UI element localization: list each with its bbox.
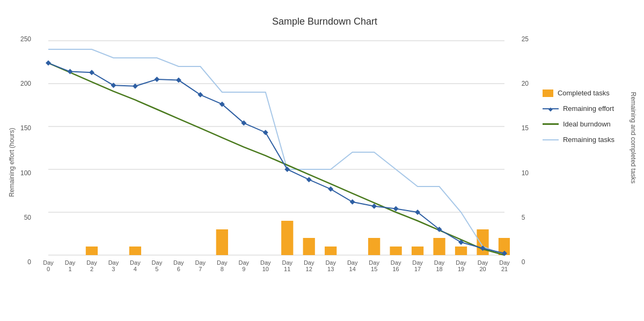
svg-text:Day: Day bbox=[391, 259, 401, 266]
svg-marker-29 bbox=[263, 130, 268, 135]
svg-rect-10 bbox=[303, 238, 315, 255]
svg-rect-6 bbox=[86, 247, 98, 255]
svg-marker-24 bbox=[154, 77, 159, 82]
legend-ideal-burndown: Ideal burndown bbox=[543, 120, 614, 128]
y-axis-right-label: Remaining and completed tasks bbox=[630, 92, 637, 184]
y-axis-left-ticks: 250 200 150 100 50 0 bbox=[20, 35, 31, 266]
svg-text:Day: Day bbox=[195, 259, 206, 266]
svg-text:Day: Day bbox=[260, 259, 271, 266]
svg-text:Day: Day bbox=[347, 259, 358, 266]
svg-text:Day: Day bbox=[499, 259, 510, 266]
svg-rect-16 bbox=[455, 247, 467, 255]
legend-remaining-tasks: Remaining tasks bbox=[543, 136, 614, 144]
svg-rect-11 bbox=[325, 247, 336, 255]
svg-text:Day: Day bbox=[130, 259, 141, 266]
svg-text:Day: Day bbox=[434, 259, 445, 266]
y-axis-left-label: Remaining effort (hours) bbox=[8, 128, 16, 197]
y-axis-right-ticks: 25 20 15 10 5 0 bbox=[522, 35, 529, 266]
svg-text:20: 20 bbox=[479, 266, 486, 272]
legend-line-ideal bbox=[543, 123, 559, 125]
svg-rect-9 bbox=[281, 221, 293, 255]
svg-text:Day: Day bbox=[325, 259, 336, 266]
svg-text:3: 3 bbox=[112, 266, 115, 272]
legend-remaining-effort: ◆ Remaining effort bbox=[543, 104, 614, 113]
svg-rect-12 bbox=[368, 238, 380, 255]
svg-marker-30 bbox=[284, 167, 290, 172]
legend: Completed tasks ◆ Remaining effort Ideal… bbox=[543, 89, 614, 144]
svg-text:1: 1 bbox=[68, 266, 71, 272]
legend-line-tasks bbox=[543, 139, 559, 140]
svg-text:Day: Day bbox=[282, 259, 292, 266]
svg-marker-23 bbox=[133, 84, 138, 89]
svg-text:Day: Day bbox=[173, 259, 184, 266]
svg-text:12: 12 bbox=[306, 266, 312, 272]
svg-text:0: 0 bbox=[47, 266, 50, 272]
svg-text:Day: Day bbox=[86, 259, 97, 266]
svg-text:Day: Day bbox=[239, 259, 250, 266]
legend-line-effort: ◆ bbox=[543, 108, 559, 109]
svg-text:19: 19 bbox=[458, 266, 464, 272]
svg-text:16: 16 bbox=[392, 266, 399, 272]
svg-rect-13 bbox=[390, 247, 401, 255]
svg-text:10: 10 bbox=[262, 266, 269, 272]
svg-text:Day: Day bbox=[304, 259, 314, 266]
svg-text:Day: Day bbox=[456, 259, 466, 266]
svg-marker-19 bbox=[46, 61, 51, 66]
svg-marker-32 bbox=[328, 186, 333, 192]
svg-text:Day: Day bbox=[369, 259, 379, 266]
svg-text:5: 5 bbox=[155, 266, 158, 272]
svg-text:6: 6 bbox=[177, 266, 180, 272]
svg-text:14: 14 bbox=[349, 266, 356, 272]
svg-text:7: 7 bbox=[199, 266, 202, 272]
legend-label-completed: Completed tasks bbox=[558, 89, 610, 97]
svg-text:4: 4 bbox=[134, 266, 137, 272]
svg-marker-35 bbox=[393, 206, 399, 212]
svg-text:18: 18 bbox=[436, 266, 442, 272]
svg-text:8: 8 bbox=[221, 266, 224, 272]
chart-title: Sample Burndown Chart bbox=[38, 16, 612, 27]
svg-text:Day: Day bbox=[43, 259, 54, 266]
legend-completed-tasks: Completed tasks bbox=[543, 89, 614, 97]
legend-label-ideal: Ideal burndown bbox=[563, 120, 611, 128]
svg-text:Day: Day bbox=[478, 259, 488, 266]
chart-container: Sample Burndown Chart Remaining effort (… bbox=[0, 0, 644, 321]
svg-marker-33 bbox=[350, 199, 355, 205]
svg-rect-17 bbox=[477, 229, 488, 255]
legend-bar-completed bbox=[543, 89, 553, 97]
chart-svg: Day0Day1Day2Day3Day4Day5Day6Day7Day8Day9… bbox=[43, 35, 510, 282]
svg-text:Day: Day bbox=[108, 259, 119, 266]
svg-text:Day: Day bbox=[412, 259, 423, 266]
svg-text:21: 21 bbox=[501, 266, 508, 272]
svg-marker-31 bbox=[306, 177, 312, 182]
svg-text:13: 13 bbox=[327, 266, 334, 272]
svg-text:9: 9 bbox=[242, 266, 245, 272]
svg-text:Day: Day bbox=[65, 259, 76, 266]
svg-rect-8 bbox=[216, 229, 228, 255]
svg-rect-7 bbox=[129, 247, 141, 255]
svg-text:Day: Day bbox=[152, 259, 163, 266]
legend-label-tasks: Remaining tasks bbox=[563, 136, 614, 144]
svg-rect-15 bbox=[433, 238, 445, 255]
legend-label-effort: Remaining effort bbox=[563, 104, 614, 113]
svg-text:15: 15 bbox=[371, 266, 377, 272]
svg-text:17: 17 bbox=[414, 266, 421, 272]
svg-text:11: 11 bbox=[284, 266, 290, 272]
svg-marker-34 bbox=[371, 204, 377, 209]
svg-marker-21 bbox=[89, 70, 94, 75]
svg-rect-14 bbox=[412, 247, 423, 255]
svg-text:2: 2 bbox=[90, 266, 93, 272]
svg-text:Day: Day bbox=[217, 259, 228, 266]
